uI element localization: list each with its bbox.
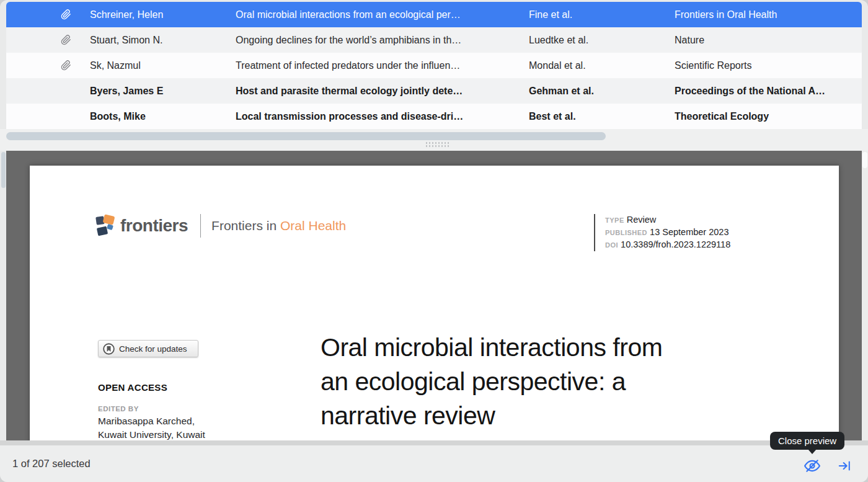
article-meta-block: TYPE Review PUBLISHED 13 September 2023 … [594,214,730,251]
title-cell: Host and parasite thermal ecology jointl… [236,78,529,104]
title-cell: Treatment of infected predators under th… [236,53,529,78]
reference-table: Schreiner, Helen Oral microbial interact… [6,2,862,129]
frontiers-logotype: frontiers [120,216,188,236]
paperclip-icon [61,35,71,45]
check-for-updates-label: Check for updates [119,344,187,354]
meta-line: DOI 10.3389/froh.2023.1229118 [605,239,730,251]
table-row[interactable]: Stuart, Simon N. Ongoing declines for th… [6,27,862,53]
journal-cell: Frontiers in Oral Health [675,2,862,27]
brand-divider [200,214,201,238]
author-cell: Schreiner, Helen [90,2,236,27]
editor-name: Maribasappa Karched, [98,416,195,427]
meta-value: Review [627,215,657,225]
splitter-drag-handle-icon[interactable] [426,142,449,147]
left-vertical-scrollbar-thumb[interactable] [1,152,6,188]
etal-cell: Best et al. [529,104,675,129]
expand-panel-button[interactable] [835,456,854,476]
pdf-preview-pane: frontiers Frontiers in Oral Health TYPE … [6,151,862,440]
title-cell: Oral microbial interactions from an ecol… [236,2,529,27]
journal-cell: Proceedings of the National A… [675,78,862,104]
open-access-label: OPEN ACCESS [98,382,167,393]
attachment-cell [6,104,90,129]
attachment-cell [6,53,90,78]
author-cell: Boots, Mike [90,104,236,129]
paperclip-icon [61,60,71,71]
close-preview-button[interactable] [802,456,822,476]
etal-cell: Luedtke et al. [529,27,675,53]
journal-cell: Theoretical Ecology [675,104,862,129]
article-title-line: an ecological perspective: a [321,365,662,399]
author-cell: Byers, James E [90,78,236,104]
paperclip-icon [61,9,71,20]
journal-name-prefix: Frontiers in [211,218,280,233]
meta-label: DOI [605,241,618,249]
horizontal-scrollbar-thumb[interactable] [6,132,606,140]
pdf-page: frontiers Frontiers in Oral Health TYPE … [30,166,839,440]
meta-value: 13 September 2023 [650,227,728,237]
title-cell: Local transmission processes and disease… [236,104,529,129]
table-row[interactable]: Boots, Mike Local transmission processes… [6,104,862,129]
tooltip: Close preview [770,432,844,450]
journal-cell: Scientific Reports [675,53,862,78]
journal-brand: frontiers Frontiers in Oral Health [95,213,346,239]
meta-label: PUBLISHED [605,229,647,236]
meta-label: TYPE [605,216,624,224]
attachment-cell [6,78,90,104]
check-for-updates-button[interactable]: Check for updates [98,340,198,357]
crossmark-icon [103,343,115,355]
selection-count-text: 1 of 207 selected [12,445,91,482]
title-cell: Ongoing declines for the world’s amphibi… [236,27,529,53]
tooltip-arrow [808,449,817,454]
meta-line: TYPE Review [605,214,730,226]
article-title-line: narrative review [321,399,662,433]
bottom-divider [0,440,868,445]
edited-by-label: EDITED BY [98,405,139,413]
journal-name: Frontiers in Oral Health [211,218,346,233]
table-row[interactable]: Sk, Nazmul Treatment of infected predato… [6,53,862,78]
meta-line: PUBLISHED 13 September 2023 [605,226,730,239]
right-vertical-scrollbar-track [862,151,868,440]
eye-off-icon [804,458,820,474]
table-row[interactable]: Byers, James E Host and parasite thermal… [6,78,862,104]
app-window: Schreiner, Helen Oral microbial interact… [0,0,868,482]
author-cell: Sk, Nazmul [90,53,236,78]
meta-value: 10.3389/froh.2023.1229118 [621,239,730,249]
status-bar: 1 of 207 selected [0,445,868,482]
etal-cell: Gehman et al. [529,78,675,104]
arrow-to-bar-icon [838,459,851,473]
article-title-line: Oral microbial interactions from [321,331,662,365]
journal-cell: Nature [675,27,862,53]
article-title: Oral microbial interactions from an ecol… [321,331,662,433]
attachment-cell [6,2,90,27]
pane-splitter-area [0,129,868,151]
etal-cell: Fine et al. [529,2,675,27]
frontiers-logo-icon [95,214,117,238]
right-vertical-scrollbar-thumb[interactable] [862,152,867,168]
journal-name-highlight: Oral Health [280,218,346,233]
author-cell: Stuart, Simon N. [90,27,236,53]
etal-cell: Mondal et al. [529,53,675,78]
editor-affiliation: Kuwait University, Kuwait [98,429,205,440]
attachment-cell [6,27,90,53]
table-row[interactable]: Schreiner, Helen Oral microbial interact… [6,2,862,27]
